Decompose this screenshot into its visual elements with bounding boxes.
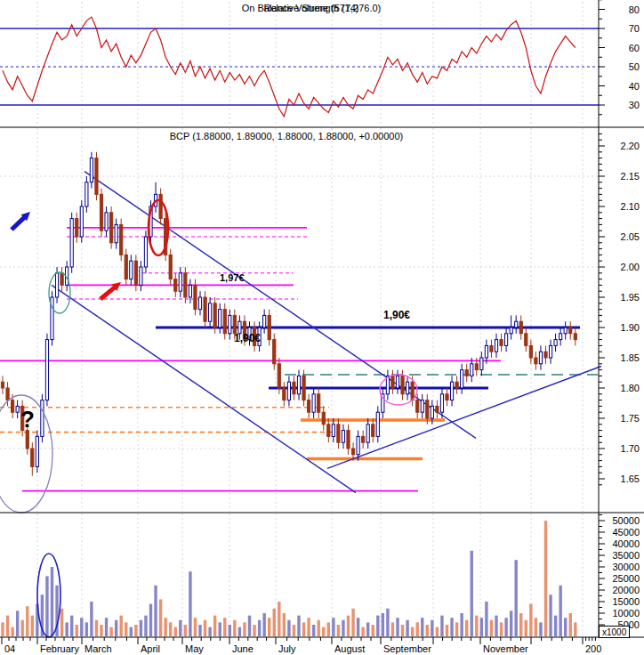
indicator-panel[interactable]: [0, 0, 599, 127]
axis-label: 2.10: [621, 201, 640, 212]
axis-label: 10000: [612, 608, 640, 619]
axis-label: August: [334, 643, 365, 654]
axis-label: 1.95: [621, 292, 640, 303]
price-label-annotation[interactable]: ?: [20, 406, 35, 433]
axis-label: 25000: [612, 573, 640, 584]
axis-label: 2.15: [621, 171, 640, 182]
axis-label: 45000: [612, 527, 640, 538]
axis-label: 20000: [612, 585, 640, 595]
axis-label: November: [483, 643, 528, 654]
axis-label: 30000: [612, 562, 640, 572]
volume-multiplier-label: x1000: [602, 627, 627, 637]
axis-label: 50000: [612, 515, 640, 526]
price-label-annotation[interactable]: 1,97€: [220, 272, 245, 283]
axis-label: 1.75: [621, 413, 640, 424]
axis-label: 2.20: [621, 141, 640, 151]
axis-label: March: [85, 643, 112, 654]
indicator-title-rsi: Relative Strength (14): [264, 3, 359, 13]
axis-label: May: [185, 643, 204, 654]
price-label-annotation[interactable]: 1,90€: [234, 332, 261, 344]
axis-label: 1.70: [621, 443, 640, 454]
volume-multiplier: x1000: [600, 627, 630, 638]
price-label-annotation[interactable]: 1,90€: [383, 309, 410, 321]
axis-label: 2.05: [621, 231, 640, 242]
axis-label: February: [40, 643, 80, 654]
axis-label: 2.00: [621, 262, 640, 272]
axis-label: 40: [629, 81, 640, 92]
axis-label: 1.80: [621, 383, 640, 393]
price-title: BCP (1.88000, 1.89000, 1.88000, 1.88000,…: [170, 131, 404, 142]
axis-label: September: [383, 643, 431, 654]
axis-label: 1.90: [621, 322, 640, 333]
axis-label: 200: [585, 643, 601, 654]
axis-label: 04: [4, 643, 15, 654]
axis-label: 1.65: [621, 473, 640, 484]
axis-label: 70: [629, 23, 640, 34]
axis-label: 80: [629, 4, 640, 15]
chart-window: 1,97€1,90€1,90€? 3040506070801.651.701.7…: [0, 0, 644, 655]
axis-label: 15000: [612, 596, 640, 607]
axis-label: 50: [629, 61, 640, 72]
axis-label: June: [232, 643, 254, 654]
axis-label: 40000: [612, 538, 640, 549]
axis-label: 35000: [612, 550, 640, 561]
axis-label: 30: [629, 100, 640, 110]
axis-label: 1.85: [621, 352, 640, 363]
chart-canvas: 1,97€1,90€1,90€? 3040506070801.651.701.7…: [0, 0, 644, 655]
axis-label: July: [278, 643, 296, 654]
axis-label: April: [141, 643, 160, 654]
axis-label: 60: [629, 43, 640, 53]
